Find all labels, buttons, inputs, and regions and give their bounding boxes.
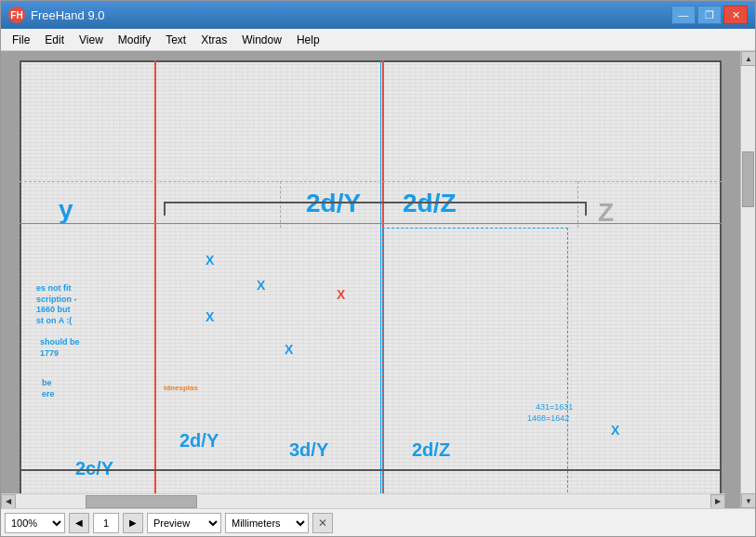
blue-line-1 [380, 60, 381, 499]
comment-3: beere [42, 378, 55, 399]
window-title: FreeHand 9.0 [31, 8, 105, 22]
menu-xtras[interactable]: Xtras [193, 32, 234, 48]
annotation-1: 431=1631 [536, 402, 573, 412]
blue-selection-rect [382, 228, 568, 499]
orange-annotation: ldnesplas [164, 384, 198, 392]
dashed-v-1 [280, 181, 281, 228]
x-mark-1: X [206, 253, 214, 268]
label-y: y [59, 195, 73, 225]
x-mark-5: X [337, 287, 345, 302]
view-mode-select[interactable]: Preview Keyline [147, 513, 221, 533]
titlebar: FH FreeHand 9.0 — ❐ ✕ [1, 1, 755, 29]
scrollbar-vertical[interactable]: ▲ ▼ [740, 51, 755, 508]
scrollbar-h-track[interactable] [16, 494, 710, 509]
main-window: FH FreeHand 9.0 — ❐ ✕ File Edit View Mod… [0, 0, 756, 537]
scrollbar-horizontal[interactable]: ◀ ▶ [1, 493, 725, 508]
dashed-h-line-top [20, 181, 722, 182]
scroll-right-button[interactable]: ▶ [710, 494, 725, 509]
menu-view[interactable]: View [72, 32, 111, 48]
app-icon: FH [8, 7, 25, 23]
content-area: y Z 2d/Y 2d/Z 2d/Y 3d/Y 2d/Z 2c/Y es not… [1, 51, 755, 508]
menu-edit[interactable]: Edit [37, 32, 72, 48]
label-z: Z [598, 198, 614, 228]
nav-prev-button[interactable]: ◀ [69, 513, 89, 533]
scroll-up-button[interactable]: ▲ [741, 51, 755, 66]
annotation-2: 1468=1642 [527, 413, 569, 423]
nav-next-button[interactable]: ▶ [123, 513, 143, 533]
x-mark-4: X [285, 342, 293, 357]
units-select[interactable]: Millimeters Inches Points Picas Centimet… [225, 513, 309, 533]
comment-2: should be1779 [40, 337, 80, 359]
close-doc-button[interactable]: ✕ [312, 513, 333, 533]
label-3dY-bottom: 3d/Y [289, 439, 328, 461]
bracket-left [164, 202, 166, 216]
zoom-select[interactable]: 100% [5, 513, 65, 533]
window-controls: — ❐ ✕ [671, 6, 748, 24]
label-2dZ-bottom: 2d/Z [412, 439, 450, 461]
titlebar-left: FH FreeHand 9.0 [8, 7, 161, 23]
scroll-left-button[interactable]: ◀ [1, 494, 16, 509]
bottom-line [20, 469, 722, 471]
menubar: File Edit View Modify Text Xtras Window … [1, 29, 755, 51]
x-mark-3: X [206, 309, 214, 324]
x-mark-2: X [257, 278, 265, 293]
menu-window[interactable]: Window [234, 32, 289, 48]
menu-text[interactable]: Text [158, 32, 193, 48]
close-button[interactable]: ✕ [723, 6, 748, 24]
scrollbar-h-thumb[interactable] [86, 495, 197, 508]
red-line-1 [154, 60, 156, 499]
canvas-area[interactable]: y Z 2d/Y 2d/Z 2d/Y 3d/Y 2d/Z 2c/Y es not… [20, 60, 722, 499]
bracket-right [585, 202, 587, 216]
document-content: y Z 2d/Y 2d/Z 2d/Y 3d/Y 2d/Z 2c/Y es not… [20, 60, 722, 499]
page-number-input[interactable] [93, 513, 119, 533]
bottom-toolbar: 100% ◀ ▶ Preview Keyline Millimeters Inc… [1, 508, 755, 536]
scroll-down-button[interactable]: ▼ [741, 493, 755, 508]
menu-file[interactable]: File [5, 32, 37, 48]
menu-modify[interactable]: Modify [111, 32, 158, 48]
scrollbar-v-track[interactable] [741, 66, 755, 493]
dashed-v-2 [577, 181, 578, 228]
scrollbar-v-thumb[interactable] [742, 151, 754, 207]
scroll-area[interactable]: y Z 2d/Y 2d/Z 2d/Y 3d/Y 2d/Z 2c/Y es not… [1, 51, 740, 508]
label-2dY-top: 2d/Y [306, 189, 361, 218]
x-mark-6: X [611, 423, 619, 438]
restore-button[interactable]: ❐ [697, 6, 722, 24]
solid-h-line [20, 223, 722, 224]
comment-1: es not fitscription -1660 butst on A :( [36, 283, 77, 327]
bracket-top [164, 202, 587, 203]
nav-prev-group: ◀ [69, 513, 89, 533]
label-2dY-bottom: 2d/Y [179, 430, 219, 452]
menu-help[interactable]: Help [289, 32, 327, 48]
minimize-button[interactable]: — [671, 6, 696, 24]
label-2dZ-top: 2d/Z [403, 189, 457, 218]
